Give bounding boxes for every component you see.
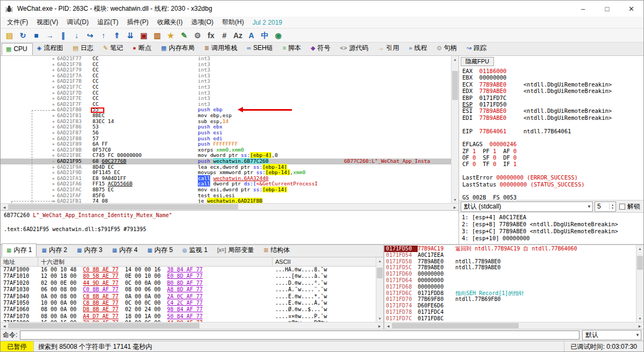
maximize-button[interactable]: □ bbox=[595, 1, 619, 17]
tab-log[interactable]: ▤日志 bbox=[68, 41, 98, 55]
stack-row[interactable]: 0171FD7077B69F80ntdll.77B69F80 bbox=[384, 296, 636, 303]
scroll-right-icon[interactable]: ▶ bbox=[451, 204, 459, 210]
scrollbar-thumb[interactable] bbox=[8, 204, 238, 210]
stack-row[interactable]: 0171FD6000000000 bbox=[384, 271, 636, 277]
stack-row[interactable]: 0171FD6800000000 bbox=[384, 284, 636, 290]
tab-references[interactable]: →引用 bbox=[374, 41, 404, 55]
register-row[interactable]: LastStatus 00000000 (STATUS_SUCCESS) bbox=[462, 181, 643, 188]
open-file-button[interactable]: ▤ bbox=[3, 30, 16, 41]
dump-row[interactable]: 77AF103006 00 08 00 C0 8B AF 77 08 00 06… bbox=[1, 286, 376, 293]
tab-notes[interactable]: ✎笔记 bbox=[99, 41, 128, 55]
scroll-left-icon[interactable]: ◀ bbox=[1, 322, 8, 329]
breakpoint-dot-icon[interactable]: ● bbox=[1, 159, 57, 164]
register-row[interactable]: EIP 77B64061 ntdll.77B64061 bbox=[462, 128, 643, 134]
disasm-row[interactable]: ●6AD21FB174 08je wechatwin.6AD21FBB bbox=[1, 198, 451, 203]
breakpoint-dot-icon[interactable]: ● bbox=[1, 136, 57, 142]
stack-row[interactable]: 0171FD5C77B9ABE0ntdll.77B9ABE0 bbox=[384, 264, 636, 271]
restart-button[interactable]: ↻ bbox=[16, 30, 30, 41]
breakpoint-dot-icon[interactable]: ● bbox=[1, 113, 57, 119]
breakpoint-dot-icon[interactable]: ● bbox=[1, 130, 57, 136]
dump-vscrollbar[interactable]: ▲▼ bbox=[376, 257, 383, 322]
breakpoint-dot-icon[interactable]: ● bbox=[1, 193, 57, 199]
scrollbar-track[interactable] bbox=[452, 63, 459, 196]
stack-vscrollbar[interactable]: ▲▼ bbox=[636, 245, 643, 322]
animate-into-button[interactable]: ⇊ bbox=[124, 30, 137, 41]
register-row[interactable] bbox=[462, 168, 643, 174]
breakpoint-dot-icon[interactable]: ● bbox=[1, 96, 57, 102]
tab-seh[interactable]: ∞SEH链 bbox=[242, 41, 278, 55]
scroll-right-icon[interactable]: ▶ bbox=[636, 322, 643, 329]
tab-graph[interactable]: ◈流程图 bbox=[33, 41, 68, 55]
argument-row[interactable]: 2: [esp+8] 77B9ABE0 <ntdll.DbgUiRemoteBr… bbox=[462, 221, 641, 228]
breakpoint-dot-icon[interactable]: ● bbox=[1, 147, 57, 153]
execute-till-return-button[interactable]: ↑ bbox=[97, 30, 110, 41]
register-row[interactable] bbox=[462, 188, 643, 194]
step-into-button[interactable]: ↓ bbox=[70, 30, 83, 41]
register-row[interactable]: CF 0 TF 0 IF 1 bbox=[462, 161, 643, 167]
tab-dump5[interactable]: ▦内存 5 bbox=[142, 243, 177, 257]
scroll-left-icon[interactable]: ◀ bbox=[384, 322, 392, 329]
hash-button[interactable]: # bbox=[218, 30, 231, 41]
disassembly-vscrollbar[interactable]: ▲▼ bbox=[451, 56, 459, 203]
stack-row[interactable]: 0171FD5077B9AC19返回到 ntdll.77B9AC19 自 ntd… bbox=[384, 246, 636, 252]
breakpoint-dot-icon[interactable]: ● bbox=[1, 181, 57, 187]
menu-item-favourites[interactable]: 收藏夹(I) bbox=[153, 17, 187, 28]
hide-fpu-button[interactable]: 隐藏FPU bbox=[461, 57, 494, 66]
tab-call-stack[interactable]: ≣调用堆栈 bbox=[200, 41, 242, 55]
register-row[interactable] bbox=[462, 121, 643, 127]
stack-row[interactable]: 0171FD74D60FE6D6 bbox=[384, 303, 636, 309]
stack-row[interactable]: 0171FD54A0C17EEA bbox=[384, 252, 636, 258]
register-row[interactable]: ESP 0171FD50 bbox=[462, 101, 643, 107]
breakpoint-dot-icon[interactable]: ● bbox=[1, 187, 57, 193]
scroll-up-icon[interactable]: ▲ bbox=[376, 257, 383, 264]
dump-row[interactable]: 77AF100016 00 10 48 C0 8B AE 77 14 00 00… bbox=[1, 267, 376, 273]
stack-row[interactable]: 0171FD7C0171FD8C bbox=[384, 315, 636, 322]
assemble-az-button[interactable]: Az bbox=[231, 30, 245, 41]
breakpoint-dot-icon[interactable]: ● bbox=[1, 78, 57, 84]
find-strings-button[interactable]: A bbox=[245, 30, 258, 41]
scrollbar-track[interactable] bbox=[8, 322, 376, 329]
unlock-checkbox[interactable]: 解锁 bbox=[618, 202, 642, 211]
tab-memory-map[interactable]: ▦内存布局 bbox=[157, 41, 200, 55]
dump-row[interactable]: 77AF101012 00 18 00 80 5B AE 77 0E 00 10… bbox=[1, 273, 376, 279]
scrollbar-thumb[interactable] bbox=[637, 256, 643, 270]
trace-record-button[interactable]: ▣ bbox=[137, 30, 151, 41]
dump-row[interactable]: 77AF102002 00 0E 00 44 9D AE 77 0C 00 0A… bbox=[1, 280, 376, 286]
register-row[interactable]: ESI 77B9ABE0 <ntdll.DbgUiRemoteBreakin> bbox=[462, 107, 643, 114]
breakpoint-dot-icon[interactable]: ● bbox=[1, 124, 57, 130]
stack-row[interactable]: 0171FD780171FDC4 bbox=[384, 309, 636, 315]
tab-cpu[interactable]: ▦CPU bbox=[2, 43, 33, 55]
register-row[interactable]: EBP 0171FD7C bbox=[462, 95, 643, 101]
register-row[interactable] bbox=[462, 134, 643, 141]
tab-script[interactable]: ≡脚本 bbox=[278, 41, 306, 55]
tab-watch1[interactable]: ◎监视 1 bbox=[177, 243, 212, 257]
minimize-button[interactable]: – bbox=[571, 1, 595, 17]
scrollbar-track[interactable] bbox=[636, 252, 643, 315]
menu-item-help[interactable]: 帮助(H) bbox=[218, 17, 248, 28]
run-to-user-code-button[interactable]: ⇑ bbox=[110, 30, 124, 41]
argument-row[interactable]: 4: [esp+10] 00000000 bbox=[462, 235, 641, 242]
register-row[interactable]: EDI 77B9ABE0 <ntdll.DbgUiRemoteBreakin> bbox=[462, 114, 643, 121]
tab-symbols[interactable]: ◆符号 bbox=[306, 41, 335, 55]
chinese-font-button[interactable]: 中 bbox=[258, 30, 271, 41]
tab-handles[interactable]: ⊙句柄 bbox=[433, 41, 462, 55]
breakpoint-dot-icon[interactable]: ● bbox=[1, 170, 57, 176]
scroll-down-icon[interactable]: ▼ bbox=[452, 196, 459, 203]
register-row[interactable]: EAX 01186000 bbox=[462, 68, 643, 74]
breakpoint-dot-icon[interactable]: ● bbox=[1, 62, 57, 68]
register-row[interactable]: ECX 77B9ABE0 <ntdll.DbgUiRemoteBreakin> bbox=[462, 81, 643, 88]
tab-breakpoints[interactable]: ●断点 bbox=[128, 41, 157, 55]
scrollbar-track[interactable] bbox=[376, 264, 383, 315]
pause-button[interactable]: ∥ bbox=[56, 30, 70, 41]
stack-hscrollbar[interactable]: ◀▶ bbox=[384, 322, 643, 329]
dump-row[interactable]: 77AF105010 00 0A 00 C8 8B AE 77 0C 00 0C… bbox=[1, 300, 376, 306]
scroll-down-icon[interactable]: ▼ bbox=[376, 315, 383, 322]
argument-row[interactable]: 3: [esp+C] 77B9ABE0 <ntdll.DbgUiRemoteBr… bbox=[462, 228, 641, 235]
stepper-arrows-icon[interactable]: ▲▼ bbox=[609, 203, 616, 210]
patches-button[interactable]: ▥ bbox=[151, 30, 164, 41]
stack-row[interactable]: 0171FD6400000000 bbox=[384, 277, 636, 284]
register-row[interactable]: OF 0 SF 0 DF 0 bbox=[462, 154, 643, 161]
scroll-down-icon[interactable]: ▼ bbox=[636, 315, 643, 322]
breakpoint-dot-icon[interactable]: ● bbox=[1, 141, 57, 147]
breakpoint-dot-icon[interactable]: ● bbox=[1, 102, 57, 107]
